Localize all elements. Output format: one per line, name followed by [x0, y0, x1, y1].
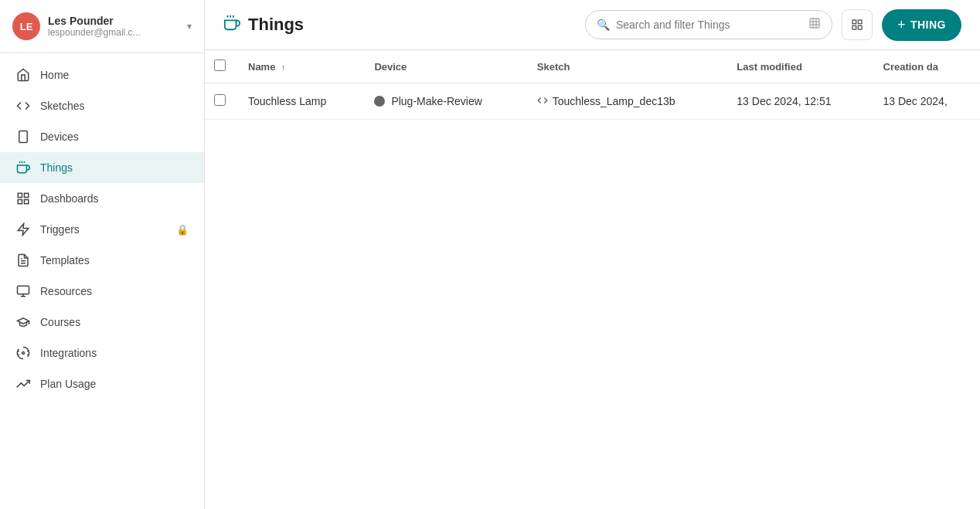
sidebar-item-label: Triggers — [40, 223, 176, 236]
sidebar-item-label: Sketches — [40, 100, 189, 112]
sidebar-item-integrations[interactable]: Integrations — [0, 338, 204, 368]
svg-rect-12 — [18, 286, 29, 294]
search-bar[interactable]: 🔍 — [585, 10, 832, 39]
sidebar-item-devices[interactable]: Devices — [0, 121, 204, 152]
sidebar-item-plan-usage[interactable]: Plan Usage — [0, 368, 204, 399]
page-title-area: Things — [223, 15, 304, 36]
sketch-icon — [537, 95, 548, 108]
things-page-icon — [223, 15, 240, 36]
sidebar-item-label: Templates — [40, 254, 189, 266]
plan-icon — [15, 376, 31, 392]
select-all-checkbox-header[interactable] — [205, 50, 236, 83]
sidebar-item-label: Dashboards — [40, 192, 189, 205]
row-checkbox-cell[interactable] — [205, 83, 236, 120]
sidebar-item-dashboards[interactable]: Dashboards — [0, 183, 204, 214]
svg-rect-25 — [858, 20, 862, 24]
sort-asc-icon: ↑ — [281, 63, 286, 72]
sidebar-item-label: Resources — [40, 285, 189, 297]
lock-icon: 🔒 — [176, 224, 189, 236]
user-info: Les Pounder lespounder@gmail.c... — [48, 15, 187, 38]
sidebar-item-label: Integrations — [40, 347, 189, 359]
col-creation-date: Creation da — [871, 50, 980, 83]
last-modified-cell: 13 Dec 2024, 12:51 — [724, 83, 870, 120]
sidebar-item-label: Courses — [40, 316, 189, 328]
user-email: lespounder@gmail.c... — [48, 27, 187, 38]
sketch-name: Touchless_Lamp_dec13b — [553, 95, 675, 107]
creation-date-cell: 13 Dec 2024, — [871, 83, 980, 120]
svg-rect-19 — [810, 19, 819, 28]
dashboard-icon — [15, 191, 31, 206]
main-header: Things 🔍 + THING — [205, 0, 980, 50]
user-name: Les Pounder — [48, 15, 187, 27]
col-device: Device — [362, 50, 524, 83]
sidebar-item-things[interactable]: Things — [0, 152, 204, 183]
svg-marker-9 — [18, 224, 29, 236]
chevron-down-icon: ▾ — [187, 21, 192, 32]
sidebar-item-label: Things — [40, 161, 189, 174]
template-icon — [15, 253, 31, 268]
code-icon — [15, 98, 31, 114]
table-row: Touchless Lamp Plug-Make-Review — [205, 83, 980, 120]
search-input[interactable] — [616, 19, 802, 31]
svg-rect-5 — [18, 193, 22, 197]
trigger-icon — [15, 222, 31, 237]
device-name: Plug-Make-Review — [391, 95, 481, 107]
svg-rect-27 — [858, 25, 862, 29]
courses-icon — [15, 314, 31, 330]
sidebar-item-label: Plan Usage — [40, 378, 189, 390]
thing-name: Touchless Lamp — [248, 95, 326, 107]
sketch-cell[interactable]: Touchless_Lamp_dec13b — [525, 83, 725, 120]
col-last-modified: Last modified — [724, 50, 870, 83]
sidebar-item-home[interactable]: Home — [0, 59, 204, 90]
integrations-icon — [15, 345, 31, 361]
add-thing-label: THING — [910, 19, 946, 31]
sidebar-item-resources[interactable]: Resources — [0, 276, 204, 307]
svg-rect-6 — [25, 193, 29, 197]
svg-rect-8 — [25, 200, 29, 204]
svg-rect-7 — [18, 200, 22, 204]
search-icon: 🔍 — [597, 19, 610, 31]
sidebar-item-label: Devices — [40, 131, 189, 143]
sidebar: LE Les Pounder lespounder@gmail.c... ▾ H… — [0, 0, 205, 509]
plus-icon: + — [897, 17, 906, 33]
device-icon — [15, 129, 31, 144]
device-status-dot — [374, 96, 385, 107]
svg-point-15 — [22, 352, 25, 355]
col-name[interactable]: Name ↑ — [236, 50, 362, 83]
main-content: Things 🔍 + THING — [205, 0, 980, 509]
sidebar-item-courses[interactable]: Courses — [0, 307, 204, 338]
device-cell[interactable]: Plug-Make-Review — [362, 83, 524, 120]
grid-view-button[interactable] — [842, 9, 873, 40]
col-sketch: Sketch — [525, 50, 725, 83]
sidebar-item-sketches[interactable]: Sketches — [0, 90, 204, 121]
sidebar-item-triggers[interactable]: Triggers 🔒 — [0, 214, 204, 245]
add-thing-button[interactable]: + THING — [882, 9, 961, 41]
page-title: Things — [248, 15, 304, 35]
user-profile[interactable]: LE Les Pounder lespounder@gmail.c... ▾ — [0, 0, 204, 53]
sidebar-item-templates[interactable]: Templates — [0, 245, 204, 276]
svg-rect-26 — [852, 25, 856, 29]
resources-icon — [15, 283, 31, 299]
things-table-area: Name ↑ Device Sketch Last modified Creat… — [205, 50, 980, 509]
thing-name-cell[interactable]: Touchless Lamp — [236, 83, 362, 120]
home-icon — [15, 67, 31, 83]
sidebar-item-label: Home — [40, 69, 189, 81]
svg-rect-24 — [852, 20, 856, 24]
table-header-row: Name ↑ Device Sketch Last modified Creat… — [205, 50, 980, 83]
things-table: Name ↑ Device Sketch Last modified Creat… — [205, 50, 980, 120]
select-all-checkbox[interactable] — [214, 59, 226, 71]
filter-icon[interactable] — [808, 17, 821, 32]
avatar: LE — [12, 12, 40, 40]
nav-list: Home Sketches Devices Things — [0, 53, 204, 509]
row-checkbox[interactable] — [214, 94, 226, 106]
thing-icon — [15, 160, 31, 175]
